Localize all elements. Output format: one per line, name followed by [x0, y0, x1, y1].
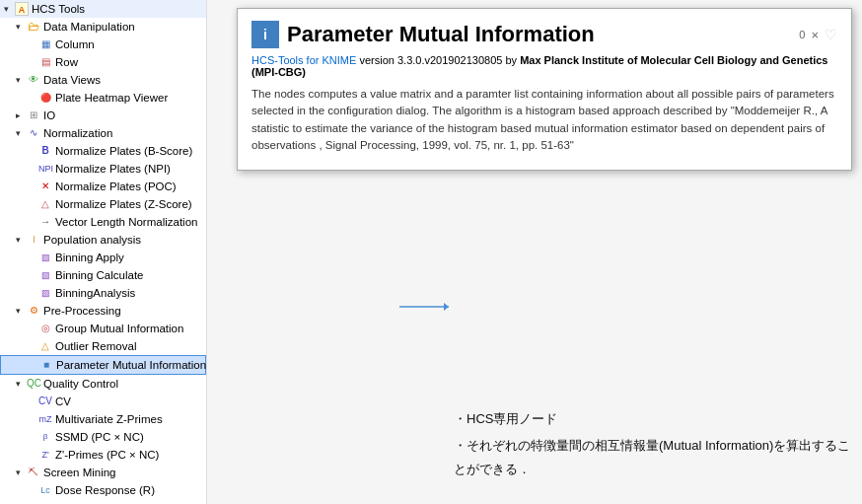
out-label: Outlier Removal	[55, 338, 136, 354]
cv-icon: CV	[38, 395, 52, 408]
ban-icon: ▨	[38, 286, 52, 300]
poc-icon: ✕	[38, 180, 52, 193]
zp-label: Z'-Primes (PC × NC)	[55, 447, 159, 463]
zscore-label: Normalize Plates (Z-Score)	[55, 196, 192, 212]
popup-title: Parameter Mutual Information	[287, 22, 799, 47]
sidebar-item-population[interactable]: ⁞ Population analysis	[0, 231, 206, 249]
mz-icon: mZ	[38, 412, 52, 426]
ssmd-label: SSMD (PC × NC)	[55, 429, 144, 445]
vector-icon: →	[38, 215, 52, 229]
sidebar-item-quality-control[interactable]: QC Quality Control	[0, 375, 206, 393]
sidebar-item-outlier[interactable]: △ Outlier Removal	[0, 337, 206, 355]
heatmap-label: Plate Heatmap Viewer	[55, 90, 168, 106]
npi-label: Normalize Plates (NPI)	[55, 161, 171, 177]
popup-header: i Parameter Mutual Information 0 × ♡	[251, 21, 837, 48]
sidebar-item-ssmd[interactable]: β SSMD (PC × NC)	[0, 428, 206, 446]
mz-label: Multivariate Z-Primes	[55, 411, 163, 427]
gm-label: Group Mutual Information	[55, 321, 183, 336]
popup-controls: 0 × ♡	[799, 27, 837, 42]
sidebar-item-normalization[interactable]: ∿ Normalization	[0, 124, 206, 142]
bc-icon: ▧	[38, 268, 52, 282]
sidebar-item-npi[interactable]: NPI Normalize Plates (NPI)	[0, 160, 206, 178]
gm-icon: ◎	[38, 322, 52, 335]
popup-node-icon: i	[251, 21, 279, 48]
qc-icon: QC	[27, 377, 40, 391]
note-bullet2: ・それぞれの特徴量間の相互情報量(Mutual Information)を算出す…	[454, 434, 852, 480]
io-label: IO	[43, 108, 55, 123]
pop-icon: ⁞	[27, 233, 40, 247]
pm-label: Parameter Mutual Information	[56, 357, 206, 373]
row-icon: ▤	[38, 55, 52, 69]
sidebar-root[interactable]: A HCS Tools	[0, 0, 206, 18]
sm-arrow	[16, 465, 26, 480]
sidebar-item-data-views[interactable]: 👁 Data Views	[0, 71, 206, 89]
ba-label: Binning Apply	[55, 250, 124, 265]
popup-close-button[interactable]: ×	[811, 28, 819, 42]
ssmd-icon: β	[38, 430, 52, 444]
popup-description: The nodes computes a value matrix and a …	[251, 86, 837, 154]
sidebar-item-param-mutual[interactable]: ■ Parameter Mutual Information	[0, 355, 206, 375]
popup-count: 0	[799, 29, 805, 40]
vector-label: Vector Length Normalization	[55, 214, 197, 230]
notes-area: ・HCS専用ノード ・それぞれの特徴量間の相互情報量(Mutual Inform…	[454, 407, 852, 484]
sidebar-item-vector[interactable]: → Vector Length Normalization	[0, 213, 206, 231]
popup-version-by: by	[505, 54, 517, 66]
popup-version-link[interactable]: HCS-Tools for KNIME	[251, 54, 356, 66]
popup-version-num: 3.3.0.v201902130805	[397, 54, 502, 66]
b-icon: B	[38, 144, 52, 158]
sidebar-item-heatmap[interactable]: 🔴 Plate Heatmap Viewer	[0, 89, 206, 107]
sidebar-item-column[interactable]: ▦ Column	[0, 36, 206, 53]
poc-label: Normalize Plates (POC)	[55, 179, 177, 194]
popup-version: HCS-Tools for KNIME version 3.3.0.v20190…	[251, 54, 837, 78]
dv-icon: 👁	[27, 73, 40, 87]
sidebar-item-binning-calc[interactable]: ▧ Binning Calculate	[0, 266, 206, 284]
svg-marker-1	[444, 303, 449, 311]
root-label: HCS Tools	[32, 1, 85, 17]
sidebar-item-binning-apply[interactable]: ▧ Binning Apply	[0, 249, 206, 266]
popup-heart-button[interactable]: ♡	[825, 27, 837, 42]
sidebar: A HCS Tools 🗁 Data Manipulation ▦ Column…	[0, 0, 207, 504]
norm-label: Normalization	[43, 125, 112, 141]
sidebar-item-pre-processing[interactable]: ⚙ Pre-Processing	[0, 302, 206, 320]
sidebar-item-dose[interactable]: Lc Dose Response (R)	[0, 481, 206, 499]
sidebar-item-cv[interactable]: CV CV	[0, 393, 206, 410]
zp-icon: Z'	[38, 448, 52, 462]
dose-label: Dose Response (R)	[55, 482, 155, 498]
ban-label: BinningAnalysis	[55, 285, 135, 301]
popup-version-number: version	[359, 54, 397, 66]
io-arrow	[16, 108, 26, 123]
cv-label: CV	[55, 394, 71, 409]
pop-label: Population analysis	[43, 232, 141, 248]
norm-arrow	[16, 125, 26, 141]
sidebar-item-mz[interactable]: mZ Multivariate Z-Primes	[0, 410, 206, 428]
hcs-icon: A	[15, 2, 29, 16]
dv-label: Data Views	[43, 72, 101, 88]
sidebar-item-bscore[interactable]: B Normalize Plates (B-Score)	[0, 142, 206, 160]
z-icon: △	[38, 197, 52, 211]
row-label: Row	[55, 54, 78, 70]
heatmap-icon: 🔴	[38, 91, 52, 105]
sidebar-item-zscore[interactable]: △ Normalize Plates (Z-Score)	[0, 195, 206, 213]
note-bullet1: ・HCS専用ノード	[454, 407, 852, 430]
ba-icon: ▧	[38, 251, 52, 264]
column-label: Column	[55, 36, 95, 52]
column-icon: ▦	[38, 37, 52, 51]
dose-icon: Lc	[38, 483, 52, 497]
bscore-label: Normalize Plates (B-Score)	[55, 143, 192, 159]
sidebar-item-row[interactable]: ▤ Row	[0, 53, 206, 71]
dm-arrow	[16, 19, 26, 35]
dm-label: Data Manipulation	[43, 19, 135, 35]
connector-line	[399, 292, 449, 322]
sidebar-item-binning-analysis[interactable]: ▨ BinningAnalysis	[0, 284, 206, 302]
pre-icon: ⚙	[27, 304, 40, 318]
sidebar-item-group-mutual[interactable]: ◎ Group Mutual Information	[0, 320, 206, 337]
sidebar-item-data-manipulation[interactable]: 🗁 Data Manipulation	[0, 18, 206, 36]
norm-icon: ∿	[27, 126, 40, 140]
sidebar-item-screen-mining[interactable]: ⛏ Screen Mining	[0, 464, 206, 481]
pm-icon: ■	[39, 358, 53, 372]
sidebar-item-enrichment[interactable]: ≫ Enrichment Analyzer	[0, 499, 206, 504]
dm-folder-icon: 🗁	[27, 20, 40, 34]
sidebar-item-poc[interactable]: ✕ Normalize Plates (POC)	[0, 178, 206, 195]
sidebar-item-io[interactable]: ⊞ IO	[0, 107, 206, 124]
sidebar-item-zprimes[interactable]: Z' Z'-Primes (PC × NC)	[0, 446, 206, 464]
